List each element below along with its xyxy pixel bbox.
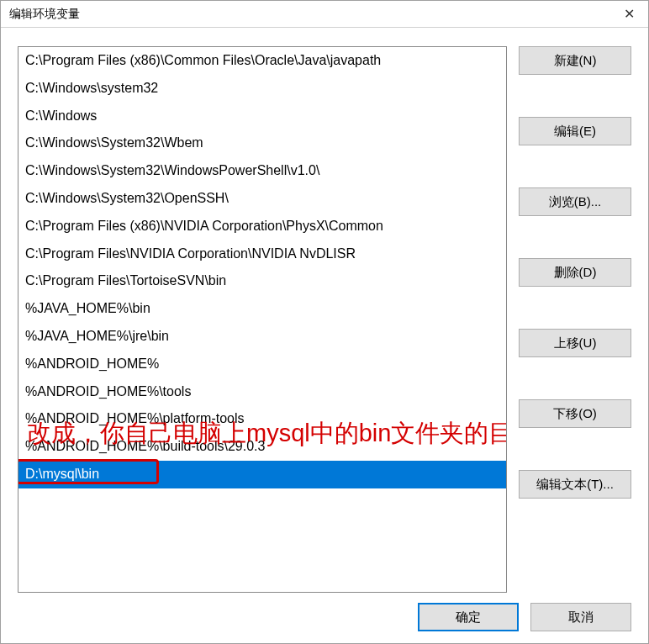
new-button[interactable]: 新建(N) (519, 46, 631, 75)
dialog-content: C:\Program Files (x86)\Common Files\Orac… (1, 28, 648, 643)
list-item[interactable]: C:\Windows\system32 (18, 75, 506, 103)
list-item[interactable]: %JAVA_HOME%\bin (18, 295, 506, 323)
path-list-container: C:\Program Files (x86)\Common Files\Orac… (18, 46, 507, 593)
list-item[interactable]: C:\Program Files\NVIDIA Corporation\NVID… (18, 240, 506, 268)
delete-button[interactable]: 删除(D) (519, 258, 631, 287)
list-item[interactable]: D:\mysql\bin (18, 461, 506, 488)
list-item[interactable]: %JAVA_HOME%\jre\bin (18, 323, 506, 351)
list-item[interactable]: C:\Windows\System32\Wbem (18, 129, 506, 157)
path-list[interactable]: C:\Program Files (x86)\Common Files\Orac… (18, 47, 506, 592)
list-item[interactable]: C:\Windows\System32\OpenSSH\ (18, 185, 506, 213)
list-item[interactable]: C:\Program Files\TortoiseSVN\bin (18, 267, 506, 295)
move-down-button[interactable]: 下移(O) (519, 399, 631, 428)
annotation-text: 改成，你自己电脑上mysql中的bin文件夹的目录 (27, 417, 498, 451)
edit-text-button[interactable]: 编辑文本(T)... (519, 470, 631, 499)
close-button[interactable]: ✕ (609, 1, 648, 28)
edit-button[interactable]: 编辑(E) (519, 117, 631, 145)
list-item[interactable]: C:\Program Files (x86)\Common Files\Orac… (18, 47, 506, 75)
browse-button[interactable]: 浏览(B)... (519, 187, 631, 216)
ok-button[interactable]: 确定 (418, 603, 519, 631)
env-var-dialog: 编辑环境变量 ✕ C:\Program Files (x86)\Common F… (0, 0, 649, 644)
titlebar: 编辑环境变量 ✕ (1, 1, 648, 28)
side-buttons: 新建(N) 编辑(E) 浏览(B)... 删除(D) 上移(U) 下移(O) 编… (519, 46, 631, 593)
list-item[interactable]: %ANDROID_HOME% (18, 351, 506, 378)
close-icon: ✕ (624, 6, 635, 22)
list-item[interactable]: C:\Windows\System32\WindowsPowerShell\v1… (18, 157, 506, 185)
dialog-footer: 确定 取消 (18, 593, 631, 631)
list-item[interactable]: C:\Windows (18, 103, 506, 130)
main-row: C:\Program Files (x86)\Common Files\Orac… (18, 46, 631, 593)
list-item[interactable]: %ANDROID_HOME%\tools (18, 378, 506, 406)
move-up-button[interactable]: 上移(U) (519, 329, 631, 357)
list-item[interactable]: C:\Program Files (x86)\NVIDIA Corporatio… (18, 213, 506, 240)
highlight-box (18, 459, 159, 484)
cancel-button[interactable]: 取消 (530, 603, 631, 631)
dialog-title: 编辑环境变量 (9, 7, 80, 22)
